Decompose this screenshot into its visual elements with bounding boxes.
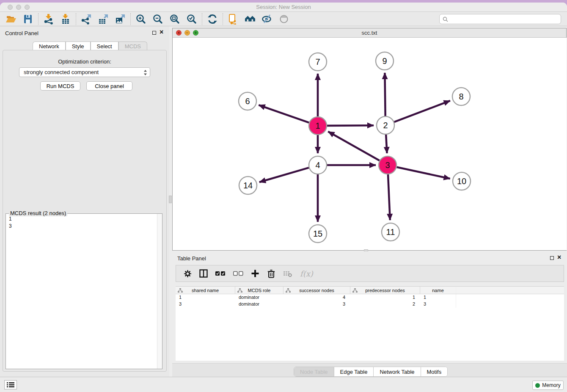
mcds-result-group: MCDS result (2 nodes) 1 3: [6, 210, 162, 369]
close-table-panel-icon[interactable]: ×: [557, 253, 561, 262]
tab-mcds[interactable]: MCDS: [118, 41, 147, 50]
edge-3-1[interactable]: [328, 132, 379, 161]
network-view-window: × − + scc.txt 1234678910111415: [172, 28, 567, 251]
export-table-button[interactable]: [95, 13, 112, 25]
control-panel-title: Control Panel: [5, 30, 39, 36]
window-title: Session: New Session: [0, 4, 567, 10]
edge-2-8[interactable]: [394, 101, 450, 122]
search-icon: [443, 17, 449, 22]
column-header-predecessor-nodes[interactable]: predecessor nodes: [350, 287, 420, 294]
column-type-icon: [352, 288, 358, 293]
apply-layout-button[interactable]: [204, 13, 221, 25]
open-folder-icon: [6, 14, 17, 25]
export-network-icon: [81, 14, 92, 25]
node-label-15: 15: [313, 229, 322, 238]
float-panel-icon[interactable]: [152, 31, 156, 35]
node-label-2: 2: [383, 121, 388, 130]
column-header-mcds-role[interactable]: MCDS role: [235, 287, 284, 294]
network-window-titlebar: × − + scc.txt: [173, 28, 566, 38]
export-table-icon: [98, 14, 109, 25]
node-label-7: 7: [315, 57, 320, 66]
column-header-successor-nodes[interactable]: successor nodes: [284, 287, 350, 294]
export-image-icon: [115, 14, 126, 25]
cell-shared-name: 3: [176, 301, 235, 308]
task-history-button[interactable]: [4, 380, 17, 389]
show-all-button[interactable]: [242, 13, 259, 25]
toolbar-separator: [130, 13, 131, 25]
tab-style[interactable]: Style: [66, 41, 91, 50]
tab-node-table[interactable]: Node Table: [294, 367, 334, 376]
export-image-button[interactable]: [112, 13, 129, 25]
edge-2-3[interactable]: [386, 135, 387, 153]
edge-3-10[interactable]: [397, 167, 450, 179]
unchecked-boxes-icon: [233, 271, 243, 276]
network-canvas[interactable]: 1234678910111415: [173, 38, 567, 250]
column-header-shared-name[interactable]: shared name: [176, 287, 235, 294]
tab-motifs[interactable]: Motifs: [421, 367, 448, 376]
edge-1-6[interactable]: [259, 105, 309, 123]
zoom-selected-button[interactable]: [183, 13, 200, 25]
edge-1-2[interactable]: [327, 125, 374, 126]
toolbar-separator: [38, 13, 39, 25]
search-input[interactable]: [450, 15, 559, 23]
network-graph: 1234678910111415: [173, 38, 567, 250]
column-type-icon: [178, 288, 183, 293]
control-panel-header: Control Panel ×: [0, 26, 169, 40]
column-type-icon: [286, 288, 291, 293]
criterion-select[interactable]: strongly connected component: [19, 67, 150, 77]
vertical-splitter-handle[interactable]: [169, 196, 172, 203]
add-row-button[interactable]: [251, 269, 259, 278]
trash-icon: [267, 269, 275, 278]
criterion-value: strongly connected component: [24, 69, 99, 75]
table-row[interactable]: 3 dominator 3 2 3: [176, 301, 564, 308]
first-neighbors-button[interactable]: [225, 13, 242, 25]
import-table-button[interactable]: [57, 13, 74, 25]
node-label-10: 10: [457, 177, 466, 186]
edge-3-11[interactable]: [388, 174, 390, 220]
toolbar-separator: [202, 13, 202, 25]
save-session-button[interactable]: [19, 13, 36, 25]
run-mcds-button[interactable]: Run MCDS: [40, 81, 80, 91]
hide-selected-button[interactable]: [259, 13, 275, 25]
mcds-result-title: MCDS result (2 nodes): [9, 210, 67, 216]
zoom-in-button[interactable]: [132, 13, 149, 25]
table-panel-header: Table Panel ×: [172, 251, 567, 265]
select-all-button[interactable]: [215, 271, 226, 276]
show-hidden-button[interactable]: [275, 13, 292, 25]
edge-4-14[interactable]: [259, 168, 309, 182]
export-network-button[interactable]: [78, 13, 95, 25]
cell-predecessor-nodes: 2: [350, 301, 420, 308]
tab-network-table[interactable]: Network Table: [374, 367, 421, 376]
tab-network[interactable]: Network: [33, 41, 66, 50]
node-label-6: 6: [245, 97, 250, 106]
mcds-panel: Optimization criterion: strongly connect…: [3, 50, 167, 372]
function-builder-button[interactable]: f(x): [300, 269, 313, 278]
open-session-button[interactable]: [3, 13, 19, 25]
close-panel-button[interactable]: Close panel: [86, 81, 132, 91]
save-icon: [22, 14, 33, 25]
mcds-result-area[interactable]: 1 3: [6, 214, 162, 369]
zoom-fit-button[interactable]: [166, 13, 183, 25]
houses-icon: [245, 14, 256, 25]
cell-name: 3: [420, 301, 456, 308]
deselect-all-button[interactable]: [233, 271, 243, 276]
node-label-1: 1: [315, 121, 320, 130]
edge-2-9[interactable]: [385, 73, 385, 116]
columns-icon: [199, 269, 208, 278]
table-settings-button[interactable]: [184, 270, 192, 278]
tab-edge-table[interactable]: Edge Table: [334, 367, 374, 376]
list-icon: [7, 382, 14, 388]
show-columns-button[interactable]: [199, 269, 208, 278]
import-network-button[interactable]: [40, 13, 57, 25]
tab-select[interactable]: Select: [91, 41, 118, 50]
table-panel-title: Table Panel: [177, 255, 206, 262]
result-scrollbar[interactable]: [157, 214, 162, 369]
delete-table-button[interactable]: [283, 270, 292, 277]
memory-button[interactable]: Memory: [532, 381, 564, 390]
zoom-out-button[interactable]: [149, 13, 166, 25]
column-header-name[interactable]: name: [420, 287, 456, 294]
delete-row-button[interactable]: [267, 269, 275, 278]
table-row[interactable]: 1 dominator 4 1 1: [176, 294, 564, 301]
close-panel-icon[interactable]: ×: [160, 28, 163, 36]
float-table-panel-icon[interactable]: [550, 256, 554, 260]
